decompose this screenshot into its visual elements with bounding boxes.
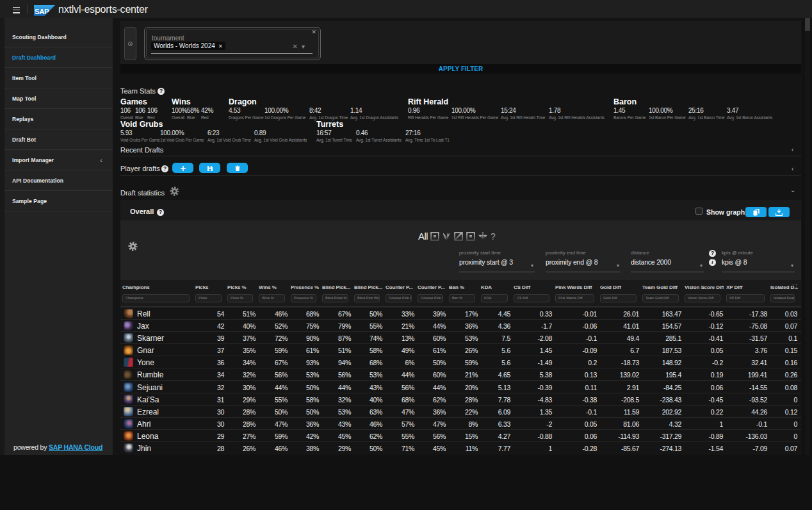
svg-text:SAP: SAP xyxy=(35,8,49,15)
